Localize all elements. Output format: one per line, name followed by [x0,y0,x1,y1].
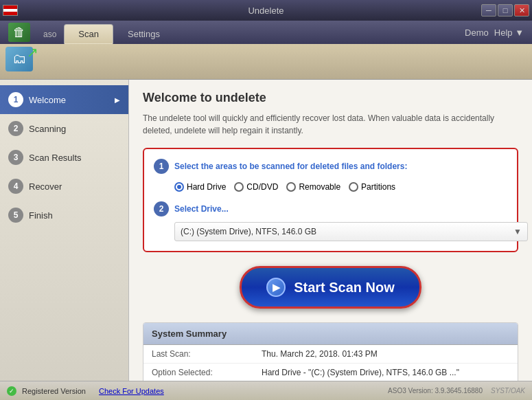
scan-options-box: 1 Select the areas to be scanned for del… [143,148,518,252]
sidebar-item-scanning[interactable]: 2 Scanning [0,114,128,143]
radio-circle-cddvd [234,182,244,192]
sidebar-item-finish[interactable]: 5 Finish [0,201,128,230]
sidebar-label-scan-results: Scan Results [29,153,82,163]
sidebar-num-5: 5 [8,208,23,223]
radio-circle-removable [286,182,296,192]
radio-circle-partitions [349,182,358,192]
summary-key-0: Last Scan: [143,345,253,364]
step1-label: Select the areas to be scanned for delet… [174,162,407,171]
radio-cddvd[interactable]: CD/DVD [234,182,278,192]
sidebar-label-scanning: Scanning [29,124,66,134]
menu-tabs: aso Scan Settings [36,21,459,44]
sidebar-item-recover[interactable]: 4 Recover [0,172,128,201]
radio-circle-hard-drive [174,182,184,192]
status-right: ASO3 Version: 3.9.3645.16880 SYST/OAK [388,387,525,395]
content-area: Welcome to undelete The undelete tool wi… [129,80,532,381]
dropdown-arrow-icon: ▼ [513,227,522,236]
radio-group: Hard Drive CD/DVD Removable Partitions [174,182,507,192]
drive-select-row: (C:) (System Drive), NTFS, 146.0 GB ▼ [174,222,528,241]
start-scan-label: Start Scan Now [294,280,395,296]
play-icon: ▶ [266,278,286,297]
sidebar-num-3: 3 [8,150,23,165]
status-bar: ✓ Registered Version Check For Updates A… [0,381,532,400]
sidebar-num-2: 2 [8,121,23,136]
summary-val-0: Thu. March 22, 2018. 01:43 PM [253,345,518,364]
tab-settings[interactable]: Settings [113,24,174,44]
registered-icon: ✓ [7,386,16,396]
radio-label-partitions: Partitions [361,182,395,192]
system-summary-box: System Summary Last Scan: Thu. March 22,… [143,322,518,381]
sidebar-item-welcome[interactable]: 1 Welcome ▶ [0,85,128,114]
summary-table: Last Scan: Thu. March 22, 2018. 01:43 PM… [143,345,518,381]
summary-header: System Summary [143,323,518,345]
sidebar-arrow-welcome: ▶ [115,96,120,104]
drive-dropdown[interactable]: (C:) (System Drive), NTFS, 146.0 GB ▼ [174,222,528,241]
radio-label-hard-drive: Hard Drive [187,182,226,192]
radio-partitions[interactable]: Partitions [349,182,395,192]
window-controls: ─ □ ✕ [481,4,529,16]
summary-key-1: Option Selected: [143,364,253,381]
systool-logo: SYST/OAK [491,387,525,395]
radio-removable[interactable]: Removable [286,182,340,192]
radio-label-cddvd: CD/DVD [246,182,278,192]
sidebar-num-4: 4 [8,179,23,194]
step2-number: 2 [154,201,169,216]
step2-label: Select Drive... [174,204,229,214]
app-title: Undelete [248,5,284,16]
app-icon: 🗂 ↗ [5,47,36,77]
sidebar-num-1: 1 [8,92,23,107]
demo-menu[interactable]: Demo [465,27,489,38]
status-left: ✓ Registered Version Check For Updates [7,386,164,396]
page-description: The undelete tool will quickly and effic… [143,112,518,137]
main-layout: 1 Welcome ▶ 2 Scanning 3 Scan Results 4 … [0,80,532,381]
menu-bar: 🗑 aso Scan Settings Demo Help ▼ [0,21,532,44]
check-updates-link[interactable]: Check For Updates [99,387,164,395]
maximize-button[interactable]: □ [498,4,513,16]
menu-right: Demo Help ▼ [459,21,529,44]
table-row: Option Selected: Hard Drive - "(C:) (Sys… [143,364,518,381]
radio-label-removable: Removable [299,182,340,192]
app-logo: 🗑 [3,21,36,44]
tab-scan[interactable]: Scan [64,24,113,44]
sidebar-item-scan-results[interactable]: 3 Scan Results [0,143,128,172]
logo-icon: 🗑 [8,23,30,42]
scan-button-container: ▶ Start Scan Now [143,266,518,309]
sidebar-label-recover: Recover [29,181,62,192]
version-label: ASO3 Version: 3.9.3645.16880 [388,387,483,395]
help-menu[interactable]: Help ▼ [494,27,524,38]
aso-label: aso [36,25,64,44]
sidebar-label-finish: Finish [29,210,53,221]
step2-row: 2 Select Drive... [154,201,507,216]
summary-val-1: Hard Drive - "(C:) (System Drive), NTFS,… [253,364,518,381]
table-row: Last Scan: Thu. March 22, 2018. 01:43 PM [143,345,518,364]
green-arrow-icon: ↗ [27,44,38,60]
start-scan-button[interactable]: ▶ Start Scan Now [240,266,421,309]
drive-value: (C:) (System Drive), NTFS, 146.0 GB [181,227,316,236]
title-bar: Undelete ─ □ ✕ [0,0,532,21]
close-button[interactable]: ✕ [514,4,529,16]
registered-label: Registered Version [22,387,86,395]
step1-number: 1 [154,159,169,174]
sidebar: 1 Welcome ▶ 2 Scanning 3 Scan Results 4 … [0,80,129,381]
app-header: 🗂 ↗ [0,44,532,80]
minimize-button[interactable]: ─ [481,4,496,16]
radio-hard-drive[interactable]: Hard Drive [174,182,226,192]
flag-icon [3,5,18,16]
page-title: Welcome to undelete [143,91,518,105]
sidebar-label-welcome: Welcome [29,95,66,105]
step1-row: 1 Select the areas to be scanned for del… [154,159,507,174]
